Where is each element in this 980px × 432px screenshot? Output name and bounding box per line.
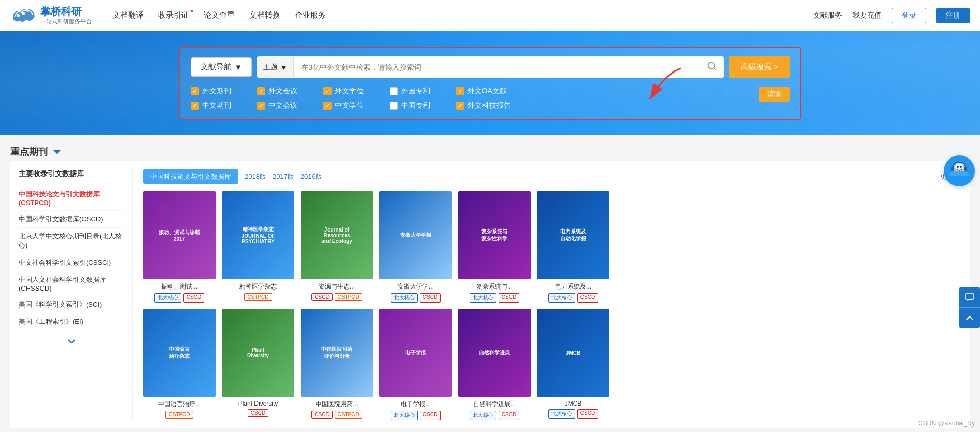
sidebar-item-cstpcd[interactable]: 中国科技论文与引文数据库(CSTPCD) [19, 186, 124, 211]
search-input[interactable] [294, 58, 700, 77]
sidebar-item-beida[interactable]: 北京大学中文核心期刊目录(北大核心) [19, 228, 124, 254]
cb-cn-patent[interactable]: 中国专利 [390, 101, 430, 110]
cover-text-9: 中国医院用药评价与分析 [317, 341, 357, 364]
journal-card-1[interactable]: 振动、测试与诊断2017 振动、测试... 北大核心 CSCD [143, 191, 216, 303]
journal-card-4[interactable]: 安徽大学学报 安徽大学学... 北大核心 CSCD [379, 191, 452, 303]
header-doc-service[interactable]: 文献服务 [813, 11, 842, 20]
nav-doc-translate[interactable]: 文档翻译 [112, 10, 144, 20]
journal-card-2[interactable]: 精神医学杂志JOURNAL OF PSYCHIATRY 精神医学杂志 CSTPC… [222, 191, 294, 303]
filters-row: ✓ 外文期刊 ✓ 中文期刊 ✓ 外文会议 ✓ [191, 87, 790, 110]
nav-menu: 文档翻译 收录引证 论文查重 文档转换 企业服务 [112, 10, 813, 20]
journal-title-6: 电力系统及... [537, 282, 609, 291]
nav-doc-convert[interactable]: 文档转换 [249, 10, 280, 20]
journal-card-5[interactable]: 复杂系统与复杂性科学 复杂系统与... 北大核心 CSCD [458, 191, 531, 303]
tab-2018[interactable]: 2018版 [245, 172, 266, 181]
header-right: 文献服务 我要充值 登录 注册 [813, 8, 970, 23]
journal-cover-2: 精神医学杂志JOURNAL OF PSYCHIATRY [222, 191, 294, 279]
dropdown-icon: ▼ [235, 63, 243, 71]
clear-button[interactable]: 清除 [759, 87, 790, 102]
cb-foreign-oa[interactable]: ✓ 外文OA文献 [456, 87, 511, 96]
journal-card-8[interactable]: PlantDiversity Plant Diversity CSCD [222, 309, 294, 420]
cb-foreign-tech[interactable]: ✓ 外文科技报告 [456, 101, 511, 110]
journal-card-11[interactable]: 自然科学进展 自然科学进展... 北大核心 CSCD [458, 309, 531, 420]
cb-foreign-patent-box [390, 87, 398, 95]
journal-cover-9: 中国医院用药评价与分析 [301, 309, 373, 397]
sidebar-item-sci[interactable]: 美国《科学引文索引》(SCI) [19, 296, 124, 313]
sidebar-scroll-arrow[interactable] [19, 336, 124, 346]
journal-card-6[interactable]: 电力系统及自动化学报 电力系统及... 北大核心 CSCD [537, 191, 609, 303]
journal-title-1: 振动、测试... [143, 282, 216, 291]
journal-cover-4: 安徽大学学报 [379, 191, 452, 279]
journal-tags-3: CSCD CSTPCD [301, 293, 373, 301]
journal-tags-12: 北大核心 CSCD [537, 409, 609, 419]
svg-rect-9 [951, 167, 954, 171]
nav-button[interactable]: 文献导航 ▼ [191, 57, 252, 77]
nav-enterprise[interactable]: 企业服务 [295, 10, 326, 20]
cb-foreign-conf[interactable]: ✓ 外文会议 [257, 87, 297, 96]
register-button[interactable]: 注册 [936, 8, 970, 23]
journals-sidebar: 主要收录引文数据库 中国科技论文与引文数据库(CSTPCD) 中国科学引文数据库… [19, 169, 133, 420]
journal-cover-12: JMCB [537, 309, 609, 397]
cb-foreign-patent[interactable]: 外国专利 [390, 87, 430, 96]
cb-foreign-degree[interactable]: ✓ 外文学位 [323, 87, 364, 96]
main-content: 重点期刊 主要收录引文数据库 中国科技论文与引文数据库(CSTPCD) 中国科学… [0, 135, 980, 432]
checkbox-col-3: ✓ 外文学位 ✓ 中文学位 [323, 87, 364, 110]
journal-card-7[interactable]: 中国语言治疗杂志 中国语言治疗... CSTPCD [143, 309, 216, 420]
nav-paper-check[interactable]: 论文查重 [204, 10, 235, 20]
sidebar-item-cscd[interactable]: 中国科学引文数据库(CSCD) [19, 211, 124, 228]
journal-card-12[interactable]: JMCB JMCB 北大核心 CSCD [537, 309, 609, 420]
login-button[interactable]: 登录 [892, 8, 926, 23]
journals-grid-row1: 振动、测试与诊断2017 振动、测试... 北大核心 CSCD 精神医学杂志JO… [143, 191, 961, 303]
logo-main: 掌桥科研 [40, 5, 92, 18]
cb-cn-journal[interactable]: ✓ 中文期刊 [191, 101, 231, 110]
journal-tags-7: CSTPCD [143, 411, 216, 419]
journal-card-10[interactable]: 电子学报 电子学报... 北大核心 CSCD [379, 309, 452, 420]
svg-rect-10 [964, 167, 967, 171]
journals-header: 中国科技论文与引文数据库 2018版 2017版 2016版 更多>> [143, 169, 961, 184]
journal-cover-3: Journal ofResourcesand Ecology [301, 191, 373, 279]
advanced-search-button[interactable]: 高级搜索 > [729, 56, 790, 78]
sidebar-item-ei[interactable]: 美国《工程索引》(EI) [19, 313, 124, 330]
support-icon [946, 158, 972, 184]
tag-cscd-10: CSCD [420, 411, 441, 420]
search-button[interactable] [700, 56, 724, 78]
checkbox-rows: ✓ 外文期刊 ✓ 中文期刊 ✓ 外文会议 ✓ [191, 87, 537, 110]
subject-select[interactable]: 主题 ▼ [257, 57, 294, 77]
logo-area[interactable]: 掌桥科研 一站式科研服务平台 [10, 5, 92, 26]
journals-grid-row2: 中国语言治疗杂志 中国语言治疗... CSTPCD PlantDiversity… [143, 309, 961, 420]
chat-button[interactable] [959, 287, 980, 308]
cb-cn-degree[interactable]: ✓ 中文学位 [323, 101, 364, 110]
svg-point-0 [17, 14, 20, 17]
tag-cscd-4: CSCD [420, 293, 441, 303]
journal-title-10: 电子学报... [379, 400, 452, 409]
tab-2017[interactable]: 2017版 [273, 172, 294, 181]
tag-beida-4: 北大核心 [391, 293, 418, 303]
cover-text-2: 精神医学杂志JOURNAL OF PSYCHIATRY [222, 222, 294, 249]
journal-title-3: 资源与生态... [301, 282, 373, 291]
journal-tags-5: 北大核心 CSCD [458, 293, 531, 303]
sidebar-item-chsscd[interactable]: 中国人文社会科学引文数据库(CHSSCD) [19, 271, 124, 296]
cb-foreign-degree-box: ✓ [323, 87, 332, 95]
tag-cscd-6: CSCD [577, 293, 598, 303]
checkbox-col-2: ✓ 外文会议 ✓ 中文会议 [257, 87, 297, 110]
scroll-top-button[interactable] [959, 308, 980, 328]
cb-cn-conf[interactable]: ✓ 中文会议 [257, 101, 297, 110]
support-avatar[interactable] [944, 155, 975, 186]
sidebar-item-cssci[interactable]: 中文社会科学引文索引(CSSCI) [19, 254, 124, 271]
journal-title-9: 中国医院用药... [301, 400, 373, 409]
journal-title-4: 安徽大学学... [379, 282, 452, 291]
journal-card-9[interactable]: 中国医院用药评价与分析 中国医院用药... CSCD CSTPCD [301, 309, 373, 420]
journal-card-3[interactable]: Journal ofResourcesand Ecology 资源与生态... … [301, 191, 373, 303]
header-recharge[interactable]: 我要充值 [853, 11, 882, 20]
tag-cscd-3: CSCD [311, 293, 332, 301]
tag-beida-11: 北大核心 [470, 411, 496, 420]
checkbox-col-5: ✓ 外文OA文献 ✓ 外文科技报告 [456, 87, 511, 110]
nav-citations[interactable]: 收录引证 [158, 10, 189, 20]
tab-cstpcd[interactable]: 中国科技论文与引文数据库 [143, 169, 238, 184]
cover-text-7: 中国语言治疗杂志 [165, 341, 194, 364]
cb-foreign-journal[interactable]: ✓ 外文期刊 [191, 87, 231, 96]
svg-line-4 [714, 68, 716, 70]
tab-2016[interactable]: 2016版 [301, 172, 322, 181]
journal-tags-6: 北大核心 CSCD [537, 293, 609, 303]
cover-text-8: PlantDiversity [243, 343, 273, 363]
